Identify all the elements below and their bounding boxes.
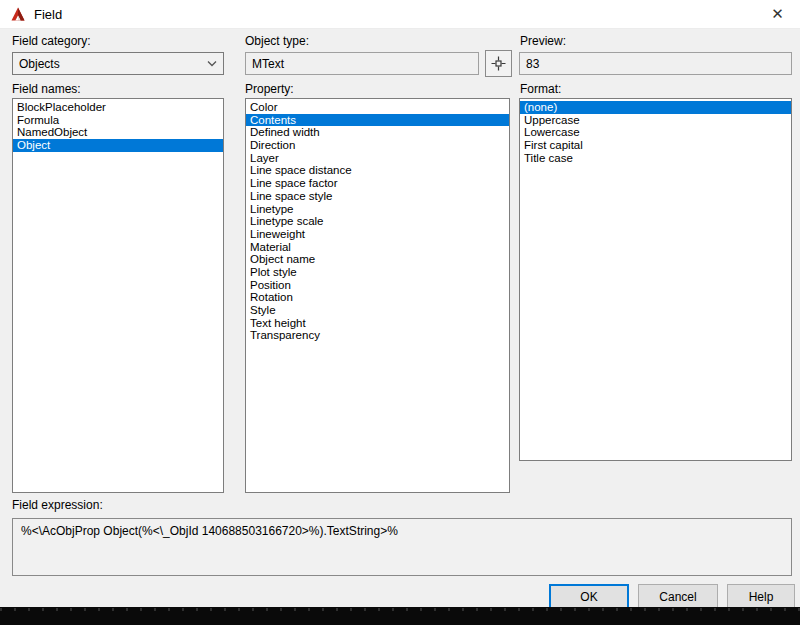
crosshair-pick-icon: [491, 56, 506, 71]
list-item[interactable]: Direction: [246, 139, 509, 152]
field-category-combobox[interactable]: Objects: [12, 52, 224, 75]
list-item[interactable]: Lineweight: [246, 228, 509, 241]
field-dialog: Field ✕ Field category: Objects Field na…: [0, 0, 800, 625]
dialog-titlebar: Field ✕: [0, 0, 800, 29]
object-type-label: Object type:: [245, 34, 309, 48]
close-icon[interactable]: ✕: [755, 0, 800, 28]
preview-field: 83: [519, 52, 792, 75]
field-names-label: Field names:: [12, 82, 81, 96]
list-item[interactable]: First capital: [520, 139, 791, 152]
list-item[interactable]: Plot style: [246, 266, 509, 279]
property-label: Property:: [245, 82, 294, 96]
list-item[interactable]: Uppercase: [520, 114, 791, 127]
list-item[interactable]: Object: [13, 139, 223, 152]
list-item[interactable]: Linetype scale: [246, 215, 509, 228]
field-names-listbox[interactable]: BlockPlaceholderFormulaNamedObjectObject: [12, 98, 224, 493]
list-item[interactable]: (none): [520, 101, 791, 114]
list-item[interactable]: Color: [246, 101, 509, 114]
list-item[interactable]: Position: [246, 279, 509, 292]
ok-button[interactable]: OK: [549, 584, 629, 609]
cancel-button[interactable]: Cancel: [638, 584, 718, 609]
list-item[interactable]: Rotation: [246, 291, 509, 304]
list-item[interactable]: Material: [246, 241, 509, 254]
field-expression-box[interactable]: %<\AcObjProp Object(%<\_ObjId 1406885031…: [12, 518, 792, 576]
drawing-area-strip: [0, 607, 800, 625]
chevron-down-icon: [201, 61, 223, 67]
help-button[interactable]: Help: [727, 584, 795, 609]
preview-label: Preview:: [520, 34, 566, 48]
format-listbox[interactable]: (none)UppercaseLowercaseFirst capitalTit…: [519, 98, 792, 461]
list-item[interactable]: NamedObject: [13, 126, 223, 139]
list-item[interactable]: Defined width: [246, 126, 509, 139]
list-item[interactable]: Line space style: [246, 190, 509, 203]
list-item[interactable]: Lowercase: [520, 126, 791, 139]
list-item[interactable]: Text height: [246, 317, 509, 330]
field-expression-label: Field expression:: [12, 498, 103, 512]
list-item[interactable]: Formula: [13, 114, 223, 127]
dialog-title: Field: [34, 7, 62, 22]
list-item[interactable]: Line space factor: [246, 177, 509, 190]
object-type-field: MText: [245, 52, 479, 75]
list-item[interactable]: Title case: [520, 152, 791, 165]
list-item[interactable]: Transparency: [246, 329, 509, 342]
list-item[interactable]: Linetype: [246, 203, 509, 216]
autocad-logo-icon: [10, 6, 26, 22]
list-item[interactable]: Style: [246, 304, 509, 317]
select-object-button[interactable]: [485, 50, 512, 77]
list-item[interactable]: Contents: [246, 114, 509, 127]
format-label: Format:: [520, 82, 561, 96]
property-listbox[interactable]: ColorContentsDefined widthDirectionLayer…: [245, 98, 510, 493]
list-item[interactable]: Object name: [246, 253, 509, 266]
list-item[interactable]: BlockPlaceholder: [13, 101, 223, 114]
field-category-value: Objects: [13, 57, 201, 71]
field-category-label: Field category:: [12, 34, 91, 48]
list-item[interactable]: Layer: [246, 152, 509, 165]
list-item[interactable]: Line space distance: [246, 164, 509, 177]
